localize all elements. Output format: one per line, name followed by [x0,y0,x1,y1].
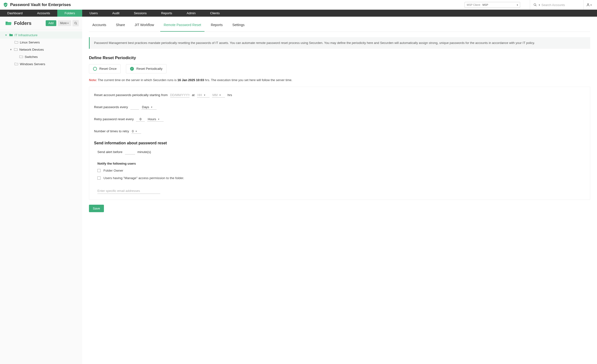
chevron-down-icon[interactable]: ▾ [539,4,540,6]
folder-icon [19,55,23,58]
nav-dashboard[interactable]: Dashboard [0,10,30,17]
tree-item-label: Network Devices [19,48,44,51]
tab-remote-password-reset[interactable]: Remote Password Reset [160,19,204,32]
nav-folders[interactable]: Folders [57,10,82,17]
sidebar-search-button[interactable] [72,20,79,26]
folder-tree: ▼ IT Infrastructure Linux Servers ▼ Netw… [0,30,82,69]
minute-select[interactable]: MM ▾ [212,93,225,98]
start-date-input[interactable] [170,93,189,98]
check-label: Folder Owner [103,169,123,172]
server-time-note: Note: The current time on the server in … [89,78,590,82]
product-title: Password Vault for Enterprises [10,2,71,7]
tree-item-network-devices[interactable]: ▼ Network Devices [0,46,82,53]
radio-reset-periodically[interactable]: ✓ Reset Periodically [126,64,166,73]
tree-item-label: Linux Servers [20,41,40,44]
reset-every-input[interactable] [130,105,139,110]
tree-item-label: Switches [25,55,38,59]
nav-admin[interactable]: Admin [179,10,203,17]
tab-jit-workflow[interactable]: JIT Workflow [131,19,157,32]
form-row-alert-before: Send alert before minute(s) [97,150,585,154]
folder-icon [14,48,18,51]
main-content: Accounts Share JIT Workflow Remote Passw… [82,17,597,364]
reset-every-unit-select[interactable]: Days ▾ [141,105,157,110]
form-row-retry-count: Number of times to retry 0 ▾ [94,129,585,134]
user-icon [586,3,590,7]
chevron-down-icon: ▾ [220,94,221,96]
tab-accounts[interactable]: Accounts [89,19,110,32]
info-banner: Password Management best practices manda… [89,37,590,49]
msp-client-select[interactable]: MSP Client: MSP ▾ [464,2,520,8]
topbar-middle: MSP Client: MSP ▾ [71,2,530,8]
nav-clients[interactable]: Clients [203,10,227,17]
folder-icon [15,41,18,44]
nav-accounts[interactable]: Accounts [30,10,57,17]
checkbox-icon [97,169,101,172]
search-wrap: ▾ [530,0,583,10]
radio-label: Reset Periodically [136,67,162,70]
radio-label: Reset Once [99,67,117,70]
tree-item-linux-servers[interactable]: Linux Servers [0,39,82,46]
radio-reset-once[interactable]: Reset Once [89,64,121,73]
form-label: Reset passwords every [94,105,128,109]
notify-users-label: Notify the following users [97,162,585,165]
notify-section-title: Send information about password reset [94,141,585,145]
form-row-start-date: Reset account passwords periodically sta… [94,93,585,98]
check-manage-users[interactable]: Users having "Manage" access permission … [97,176,585,180]
form-label: Send alert before [97,150,123,154]
form-label: Reset account passwords periodically sta… [94,93,168,97]
email-addresses-input[interactable] [97,188,160,194]
nav-audit[interactable]: Audit [105,10,127,17]
minutes-label: minute(s) [138,150,151,154]
caret-down-icon: ▾ [67,22,69,24]
more-button[interactable]: More ▾ [58,20,71,26]
notify-block: Send alert before minute(s) Notify the f… [94,150,585,194]
radio-row: Reset Once ✓ Reset Periodically [89,64,590,73]
tree-item-switches[interactable]: Switches [0,53,82,60]
form-label: Number of times to retry [94,129,129,133]
search-input[interactable] [542,3,580,7]
svg-point-0 [534,4,536,6]
alert-before-input[interactable] [125,150,135,154]
svg-line-1 [536,5,537,6]
form-row-reset-every: Reset passwords every Days ▾ [94,105,585,110]
tree-item-it-infrastructure[interactable]: ▼ IT Infrastructure [0,31,82,39]
shield-icon [3,2,8,8]
radio-unchecked-icon [93,67,97,71]
note-label: Note: [89,78,97,82]
nav-sessions[interactable]: Sessions [127,10,154,17]
form-row-retry-every: Retry password reset every Hours ▾ [94,117,585,122]
at-label: at [192,93,195,97]
svg-line-4 [76,24,77,24]
tree-item-windows-servers[interactable]: Windows Servers [0,60,82,68]
folder-icon [9,33,13,37]
tab-reports[interactable]: Reports [207,19,226,32]
topbar-right: ▾ ▾ [530,0,594,10]
retry-count-select[interactable]: 0 ▾ [132,129,141,134]
top-bar: Password Vault for Enterprises MSP Clien… [0,0,597,10]
retry-every-unit-select[interactable]: Hours ▾ [147,117,164,122]
chevron-down-icon: ▾ [151,106,152,108]
chevron-down-icon: ▾ [590,4,592,6]
sidebar-header: Folders Add More ▾ [0,17,82,30]
form-label: Retry password reset every [94,117,134,121]
add-button[interactable]: Add [46,20,56,26]
tab-settings[interactable]: Settings [229,19,248,32]
nav-users[interactable]: Users [82,10,105,17]
chevron-down-icon: ▾ [204,94,205,96]
nav-reports[interactable]: Reports [154,10,180,17]
main-nav: Dashboard Accounts Folders Users Audit S… [0,10,597,17]
retry-every-input[interactable] [136,117,145,122]
logo-wrap: Password Vault for Enterprises [3,2,71,8]
save-button[interactable]: Save [89,205,104,212]
check-folder-owner[interactable]: Folder Owner [97,169,585,172]
chevron-down-icon: ▾ [136,130,137,133]
subtabs: Accounts Share JIT Workflow Remote Passw… [89,19,590,32]
tab-share[interactable]: Share [113,19,128,32]
hour-select[interactable]: HH ▾ [197,93,210,98]
search-icon [534,3,537,7]
hrs-label: hrs [228,93,232,97]
chevron-down-icon: ▾ [158,118,159,121]
user-menu[interactable]: ▾ [583,0,594,10]
msp-client-prefix: MSP Client: [467,3,481,6]
server-time: 16 Jan 2025 10:03 [177,78,204,82]
